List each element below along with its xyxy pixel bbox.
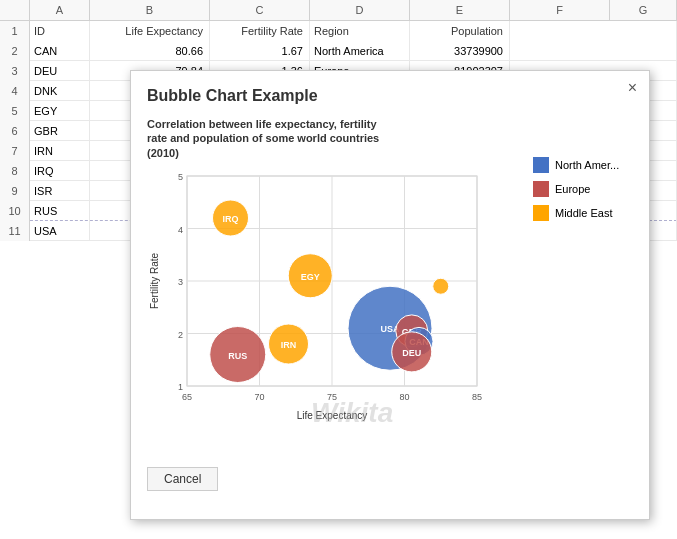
cell-1-f[interactable] (510, 21, 610, 41)
bubble-label-RUS: RUS (228, 350, 247, 360)
cell-1-e[interactable]: Population (410, 21, 510, 41)
cell-2-c[interactable]: 1.67 (210, 41, 310, 61)
col-header-d: D (310, 0, 410, 20)
cell-1-g (610, 21, 677, 41)
row-num-9: 9 (0, 181, 30, 201)
legend-item: Europe (533, 181, 633, 197)
bubble-ISR[interactable] (433, 278, 449, 294)
chart-title: Correlation between life expectancy, fer… (147, 117, 387, 160)
col-header-a: A (30, 0, 90, 20)
bubble-label-DEU: DEU (402, 348, 421, 358)
cell-6-a[interactable]: GBR (30, 121, 90, 141)
svg-text:3: 3 (178, 277, 183, 287)
header-row: 1 ID Life Expectancy Fertility Rate Regi… (0, 21, 677, 41)
bubble-label-IRN: IRN (281, 340, 297, 350)
cell-3-a[interactable]: DEU (30, 61, 90, 81)
table-row: 2CAN80.661.67North America33739900 (0, 41, 677, 61)
svg-text:85: 85 (472, 392, 482, 402)
svg-text:4: 4 (178, 224, 183, 234)
chart-container: Correlation between life expectancy, fer… (147, 117, 523, 457)
row-num-1: 1 (0, 21, 30, 41)
chart-area: Correlation between life expectancy, fer… (147, 117, 633, 457)
row-num-10: 10 (0, 201, 30, 221)
chart-svg-wrap: 123456570758085Fertility RateLife Expect… (147, 166, 507, 436)
cell-1-d[interactable]: Region (310, 21, 410, 41)
bubble-chart-svg: 123456570758085Fertility RateLife Expect… (147, 166, 487, 421)
legend-color-box (533, 181, 549, 197)
cell-2-e[interactable]: 33739900 (410, 41, 510, 61)
cell-2-g (610, 41, 677, 61)
row-num-6: 6 (0, 121, 30, 141)
cell-1-c[interactable]: Fertility Rate (210, 21, 310, 41)
svg-text:65: 65 (182, 392, 192, 402)
legend-color-box (533, 157, 549, 173)
cell-2-b[interactable]: 80.66 (90, 41, 210, 61)
cell-4-a[interactable]: DNK (30, 81, 90, 101)
legend-label: Middle East (555, 207, 612, 219)
svg-text:70: 70 (254, 392, 264, 402)
legend-label: North Amer... (555, 159, 619, 171)
col-header-b: B (90, 0, 210, 20)
col-header-rownum (0, 0, 30, 20)
cell-8-a[interactable]: IRQ (30, 161, 90, 181)
close-button[interactable]: × (628, 79, 637, 97)
legend-label: Europe (555, 183, 590, 195)
col-header-c: C (210, 0, 310, 20)
bubble-label-IRQ: IRQ (222, 214, 238, 224)
svg-text:1: 1 (178, 382, 183, 392)
col-header-f: F (510, 0, 610, 20)
cell-9-a[interactable]: ISR (30, 181, 90, 201)
row-num-8: 8 (0, 161, 30, 181)
cell-1-b[interactable]: Life Expectancy (90, 21, 210, 41)
svg-text:75: 75 (327, 392, 337, 402)
row-num-4: 4 (0, 81, 30, 101)
legend: North Amer...EuropeMiddle East (523, 117, 633, 457)
col-header-g: G (610, 0, 677, 20)
row-num-7: 7 (0, 141, 30, 161)
row-num-2: 2 (0, 41, 30, 61)
svg-text:5: 5 (178, 172, 183, 182)
dialog: × Bubble Chart Example Correlation betwe… (130, 70, 650, 520)
svg-text:2: 2 (178, 329, 183, 339)
svg-text:Life Expectancy: Life Expectancy (297, 410, 368, 421)
cell-7-a[interactable]: IRN (30, 141, 90, 161)
cell-11-a[interactable]: USA (30, 221, 90, 241)
col-headers: A B C D E F G (0, 0, 677, 21)
cancel-button[interactable]: Cancel (147, 467, 218, 491)
svg-text:Fertility Rate: Fertility Rate (149, 252, 160, 309)
cell-2-d[interactable]: North America (310, 41, 410, 61)
row-num-3: 3 (0, 61, 30, 81)
svg-text:80: 80 (399, 392, 409, 402)
cell-1-a[interactable]: ID (30, 21, 90, 41)
cell-10-a[interactable]: RUS (30, 201, 90, 221)
cell-5-a[interactable]: EGY (30, 101, 90, 121)
dialog-title: Bubble Chart Example (147, 87, 633, 105)
row-num-5: 5 (0, 101, 30, 121)
cell-2-f[interactable] (510, 41, 610, 61)
legend-item: Middle East (533, 205, 633, 221)
bubble-label-EGY: EGY (301, 272, 320, 282)
row-num-11: 11 (0, 221, 30, 241)
cell-2-a[interactable]: CAN (30, 41, 90, 61)
legend-color-box (533, 205, 549, 221)
dialog-footer: Cancel (147, 467, 633, 491)
col-header-e: E (410, 0, 510, 20)
legend-item: North Amer... (533, 157, 633, 173)
